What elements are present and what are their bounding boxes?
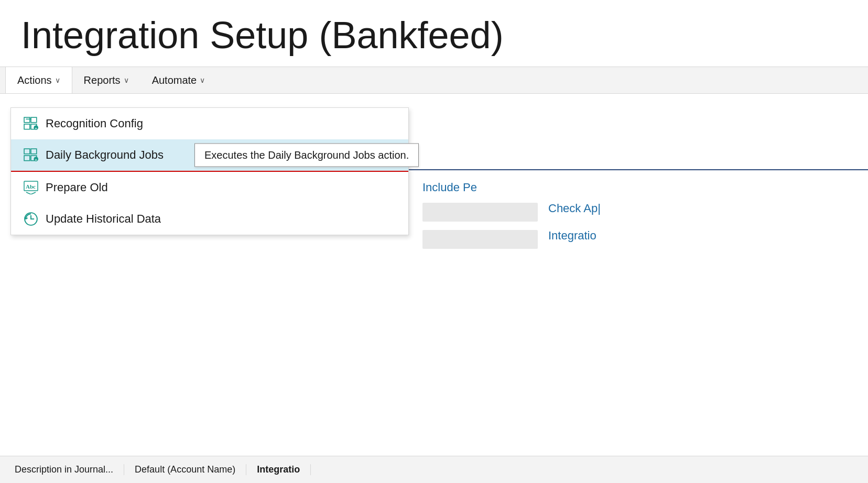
svg-rect-1 <box>31 117 37 123</box>
integratio-label: Integratio <box>548 229 596 243</box>
include-pe-label: Include Pe <box>422 181 852 194</box>
daily-background-jobs-label: Daily Background Jobs <box>46 148 164 162</box>
svg-rect-8 <box>31 149 37 154</box>
bottom-bar: Description in Journal... Default (Accou… <box>0 456 868 483</box>
daily-background-jobs-item[interactable]: + Daily Background Jobs Executes the Dai… <box>11 139 408 172</box>
recognition-config-label: Recognition Config <box>46 117 143 130</box>
bottom-col-account-name: Default (Account Name) <box>124 464 246 475</box>
prepare-old-icon: Abc <box>24 180 38 195</box>
svg-rect-2 <box>24 124 30 129</box>
reports-chevron-icon: ∨ <box>124 76 129 84</box>
automate-button[interactable]: Automate ∨ <box>140 67 217 93</box>
prepare-old-label: Prepare Old <box>46 181 108 194</box>
svg-rect-7 <box>24 149 30 154</box>
check-ap-row: Check Ap| <box>422 202 852 223</box>
bottom-col-integration: Integratio <box>246 464 311 475</box>
recognition-config-icon: + <box>24 116 38 131</box>
svg-rect-9 <box>24 156 30 161</box>
daily-background-jobs-icon: + <box>24 148 38 162</box>
reports-button[interactable]: Reports ∨ <box>72 67 140 93</box>
recognition-config-item[interactable]: + Recognition Config <box>11 108 408 139</box>
bottom-col-description: Description in Journal... <box>10 464 124 475</box>
svg-text:+: + <box>35 158 38 162</box>
svg-text:+: + <box>35 126 38 130</box>
automate-label: Automate <box>152 74 197 86</box>
actions-button[interactable]: Actions ∨ <box>5 67 72 93</box>
actions-dropdown: + Recognition Config + Daily Background … <box>10 107 409 235</box>
prepare-old-item[interactable]: Abc Prepare Old <box>11 172 408 203</box>
toolbar: Actions ∨ Reports ∨ Automate ∨ <box>0 67 868 94</box>
page-title: Integration Setup (Bankfeed) <box>0 0 868 67</box>
field-box-2 <box>422 230 538 249</box>
daily-background-jobs-tooltip: Executes the Daily Background Jobs actio… <box>194 144 419 167</box>
update-historical-data-item[interactable]: Update Historical Data <box>11 203 408 235</box>
field-box-1 <box>422 203 538 222</box>
integratio-row: Integratio <box>422 229 852 250</box>
check-ap-label: Check Ap| <box>548 202 601 215</box>
update-historical-data-icon <box>24 212 38 226</box>
svg-rect-0 <box>24 117 30 123</box>
svg-text:Abc: Abc <box>26 183 36 190</box>
update-historical-data-label: Update Historical Data <box>46 212 161 226</box>
right-panel: Include Pe Check Ap| Integratio <box>407 107 868 267</box>
actions-label: Actions <box>17 74 52 86</box>
reports-label: Reports <box>84 74 121 86</box>
actions-chevron-icon: ∨ <box>55 76 60 84</box>
automate-chevron-icon: ∨ <box>200 76 205 84</box>
